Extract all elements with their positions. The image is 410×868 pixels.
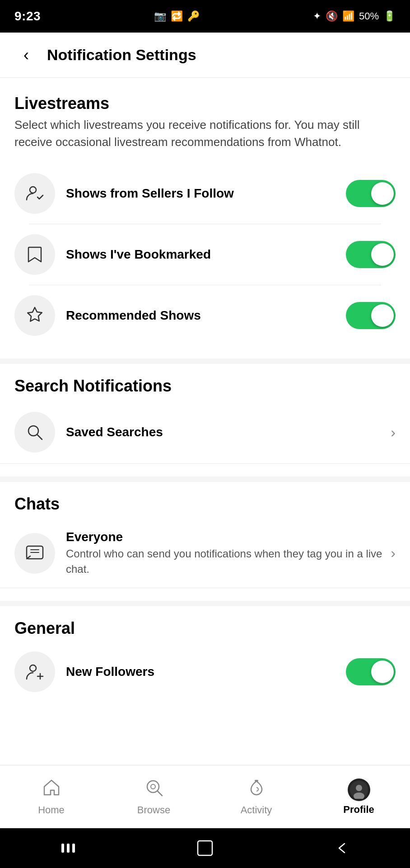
new-followers-icon-circle (14, 651, 55, 692)
bluetooth-icon: ✦ (313, 10, 321, 22)
everyone-content: Everyone Control who can send you notifi… (66, 530, 383, 576)
bookmarked-row: Shows I've Bookmarked (14, 224, 396, 285)
livestreams-title: Livestreams (14, 94, 396, 113)
section-divider-1 (0, 359, 410, 364)
page-title: Notification Settings (47, 46, 196, 64)
bookmarked-toggle[interactable] (346, 241, 396, 268)
person-add-icon (25, 662, 45, 682)
nav-item-browse[interactable]: Browse (118, 778, 190, 816)
everyone-row[interactable]: Everyone Control who can send you notifi… (0, 519, 410, 587)
battery-text: 50% (359, 10, 379, 22)
person-checkmark-icon (25, 184, 45, 203)
general-section: General (0, 606, 410, 638)
android-menu-btn[interactable] (50, 835, 86, 862)
general-items: New Followers (0, 642, 410, 702)
bookmarked-label: Shows I've Bookmarked (66, 247, 346, 262)
sellers-follow-row: Shows from Sellers I Follow (14, 163, 396, 224)
back-icon: ‹ (23, 46, 29, 65)
status-time: 9:23 (14, 9, 41, 24)
svg-point-0 (30, 187, 36, 193)
browse-icon (144, 778, 164, 802)
svg-point-5 (151, 784, 155, 789)
bottom-spacer (0, 702, 410, 720)
svg-rect-13 (198, 841, 212, 855)
mute-icon: 🔇 (326, 10, 338, 22)
divider-3 (0, 463, 410, 464)
status-bar: 9:23 📷 🔁 🔑 ✦ 🔇 📶 50% 🔋 (0, 0, 410, 33)
svg-rect-11 (67, 844, 70, 853)
back-button[interactable]: ‹ (13, 42, 40, 69)
activity-icon (247, 778, 266, 802)
sellers-follow-toggle[interactable] (346, 180, 396, 207)
saved-searches-title: Saved Searches (66, 425, 383, 439)
recommended-row: Recommended Shows (14, 285, 396, 346)
bookmarked-knob (371, 243, 394, 266)
android-back-btn[interactable] (324, 835, 360, 862)
star-icon (25, 306, 45, 326)
divider-4 (0, 588, 410, 588)
livestreams-desc: Select which livestreams you receive not… (14, 117, 396, 151)
recommended-knob (371, 304, 394, 327)
android-nav (0, 828, 410, 868)
chats-title: Chats (14, 495, 396, 514)
sellers-follow-icon-circle (14, 173, 55, 214)
activity-label: Activity (241, 804, 272, 816)
everyone-desc: Control who can send you notifications w… (66, 546, 383, 576)
general-title: General (14, 619, 396, 638)
nav-item-activity[interactable]: Activity (220, 778, 293, 816)
chats-section: Chats (0, 482, 410, 514)
svg-point-3 (30, 665, 36, 671)
nav-item-home[interactable]: Home (15, 778, 88, 816)
search-icon (25, 422, 45, 442)
saved-searches-content: Saved Searches (66, 425, 383, 439)
profile-avatar (348, 778, 370, 801)
bookmark-icon (25, 245, 45, 264)
status-right: ✦ 🔇 📶 50% 🔋 (313, 10, 396, 22)
android-home-btn[interactable] (187, 835, 223, 862)
recommended-icon-circle (14, 295, 55, 336)
key-icon: 🔑 (187, 10, 200, 22)
sellers-follow-label: Shows from Sellers I Follow (66, 186, 346, 201)
new-followers-knob (371, 660, 394, 683)
sellers-follow-knob (371, 182, 394, 205)
profile-label: Profile (343, 804, 374, 816)
bottom-nav: Home Browse Activity (0, 765, 410, 828)
new-followers-label: New Followers (66, 665, 346, 679)
everyone-title: Everyone (66, 530, 383, 544)
header: ‹ Notification Settings (0, 33, 410, 78)
browse-label: Browse (137, 804, 170, 816)
nav-item-profile[interactable]: Profile (323, 778, 395, 816)
search-notifications-section: Search Notifications (0, 364, 410, 396)
home-label: Home (38, 804, 65, 816)
home-icon (42, 778, 61, 802)
section-divider-2 (0, 476, 410, 482)
svg-point-4 (147, 781, 159, 793)
livestreams-section: Livestreams Select which livestreams you… (0, 78, 410, 346)
new-followers-row: New Followers (14, 642, 396, 702)
recommended-label: Recommended Shows (66, 308, 346, 323)
chat-icon (25, 543, 45, 563)
search-notifications-title: Search Notifications (14, 377, 396, 396)
saved-searches-chevron: › (391, 424, 396, 441)
camera-icon: 📷 (154, 10, 166, 22)
everyone-icon-circle (14, 533, 55, 574)
bookmarked-icon-circle (14, 234, 55, 275)
svg-rect-10 (61, 844, 64, 853)
content-area: Livestreams Select which livestreams you… (0, 78, 410, 765)
recommended-toggle[interactable] (346, 302, 396, 329)
cast-icon: 🔁 (171, 10, 183, 22)
wifi-icon: 📶 (342, 10, 354, 22)
svg-rect-12 (72, 844, 75, 853)
new-followers-toggle[interactable] (346, 658, 396, 685)
svg-point-1 (28, 426, 38, 436)
everyone-chevron: › (391, 545, 396, 561)
svg-point-8 (356, 785, 362, 791)
saved-searches-icon-circle (14, 412, 55, 453)
section-divider-3 (0, 601, 410, 606)
battery-icon: 🔋 (383, 10, 396, 22)
saved-searches-row[interactable]: Saved Searches › (0, 401, 410, 463)
status-icons: 📷 🔁 🔑 (154, 10, 200, 22)
svg-rect-6 (255, 780, 258, 782)
